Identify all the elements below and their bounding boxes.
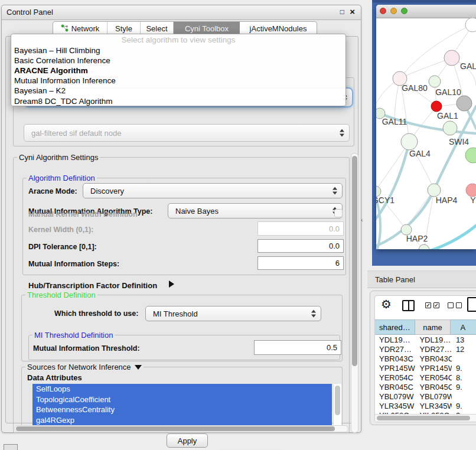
apply-button[interactable]: Apply xyxy=(167,433,208,448)
network-node[interactable] xyxy=(457,96,472,111)
clear-checks-icon[interactable] xyxy=(456,302,462,308)
network-node[interactable] xyxy=(466,184,476,197)
pane-divider-handle[interactable]: ‹ xyxy=(361,216,363,223)
table-cell xyxy=(452,354,476,363)
algorithm-option[interactable]: Mutual Information Inference xyxy=(11,76,345,86)
scrollbar-thumb[interactable] xyxy=(16,426,335,431)
data-attributes-label: Data Attributes xyxy=(27,373,82,382)
network-node[interactable] xyxy=(443,121,457,135)
control-panel-titlebar: Control Panel □ × xyxy=(2,5,361,20)
attributes-list-scrollbar[interactable] xyxy=(333,384,341,431)
minimized-widget[interactable] xyxy=(4,444,18,450)
sources-legend: Sources for Network Inference xyxy=(25,363,144,371)
control-panel-window: Control Panel □ × NetworkStyleSelectCyni… xyxy=(1,5,361,433)
desktop-area: GALGAL80GAL10GAL1GAL11SWI4GAL4GCY1HAP4YH… xyxy=(372,0,476,266)
mi-steps-field[interactable]: 6 xyxy=(257,256,344,270)
network-node[interactable] xyxy=(444,50,459,66)
attribute-list-item[interactable]: gal4RGexp xyxy=(32,415,332,426)
table-cell xyxy=(452,392,476,401)
algorithm-option[interactable]: Dream8 DC_TDC Algorithm xyxy=(11,96,345,106)
minimize-traffic-light-icon[interactable] xyxy=(390,8,397,14)
network-node[interactable] xyxy=(401,133,418,150)
column-header-a[interactable]: A xyxy=(451,319,476,335)
mi-threshold-field[interactable]: 0.5 xyxy=(254,340,341,355)
hub-definition-label[interactable]: Hub/Transcription Factor Definition xyxy=(28,281,157,290)
threshold-definition-legend: Threshold Definition xyxy=(25,291,97,299)
table-cell: YBR045C xyxy=(375,382,415,392)
table-cell: YPR145W xyxy=(415,363,451,373)
kernel-width-field[interactable]: 0.0 xyxy=(257,221,344,236)
algorithm-option[interactable]: ARACNE Algorithm xyxy=(11,66,345,76)
scrollbar-thumb[interactable] xyxy=(352,156,357,366)
collapse-arrow-icon[interactable] xyxy=(135,365,142,370)
document-icon[interactable] xyxy=(467,297,476,312)
which-threshold-combo[interactable]: MI Threshold xyxy=(145,306,321,321)
combo-spinner-icon xyxy=(332,187,337,195)
float-window-icon[interactable]: □ xyxy=(340,8,344,16)
network-edge xyxy=(376,142,409,191)
table-row[interactable]: YBL079WYBL079W xyxy=(375,392,476,401)
select-all-checks-icon[interactable]: ✓ xyxy=(425,302,431,308)
tab-label: Style xyxy=(115,24,132,33)
settings-vertical-scrollbar[interactable] xyxy=(351,153,358,433)
column-header-name[interactable]: name xyxy=(415,319,451,335)
table-row[interactable]: YBR045CYBR045C9. xyxy=(375,382,476,392)
combo-spinner-icon xyxy=(311,310,316,318)
network-node[interactable] xyxy=(465,148,476,163)
algorithm-option[interactable]: Bayesian – K2 xyxy=(11,86,345,96)
mi-steps-label: Mutual Information Steps: xyxy=(28,260,119,268)
select-all-checks-icon[interactable]: ✓ xyxy=(433,302,439,308)
dpi-tolerance-field[interactable]: 0.0 xyxy=(257,239,344,253)
scrollbar-thumb[interactable] xyxy=(335,386,340,415)
table-row[interactable]: YLR345WYLR345W9. xyxy=(375,401,476,410)
tab-label: jActiveMNodules xyxy=(250,24,307,33)
network-node[interactable] xyxy=(465,18,476,32)
table-row[interactable]: YER054CYER054C8. xyxy=(375,373,476,382)
zoom-traffic-light-icon[interactable] xyxy=(401,8,407,14)
gear-icon[interactable]: ⚙ xyxy=(381,297,392,311)
columns-icon[interactable] xyxy=(402,300,415,311)
network-node[interactable] xyxy=(428,184,441,197)
manual-kernel-checkbox[interactable] xyxy=(334,209,343,217)
scrollbar-thumb[interactable] xyxy=(377,416,470,420)
network-node[interactable] xyxy=(431,101,442,112)
node-label-gal10: GAL10 xyxy=(435,87,461,97)
table-row[interactable]: YPR145WYPR145W9. xyxy=(375,363,476,373)
expand-arrow-icon[interactable] xyxy=(169,281,174,288)
node-label-gcy1: GCY1 xyxy=(376,195,395,205)
column-header-shared-[interactable]: shared… xyxy=(375,319,415,335)
aracne-mode-label: Aracne Mode: xyxy=(28,187,77,195)
table-row[interactable]: YDR27…YDR27…12 xyxy=(375,344,476,354)
network-node[interactable] xyxy=(429,76,441,87)
aracne-mode-combo[interactable]: Discovery xyxy=(83,183,343,198)
table-cell: YLR345W xyxy=(375,401,415,410)
network-canvas[interactable]: GALGAL80GAL10GAL1GAL11SWI4GAL4GCY1HAP4YH… xyxy=(376,18,476,249)
algorithm-option[interactable]: Basic Correlation Inference xyxy=(11,56,345,66)
table-row[interactable]: YBR043CYBR043C xyxy=(375,354,476,363)
tab-label: Network xyxy=(71,24,100,33)
network-select-combo[interactable]: gal-filtered sif default node xyxy=(24,124,350,142)
close-traffic-light-icon[interactable] xyxy=(380,8,386,14)
table-horizontal-scrollbar[interactable] xyxy=(375,414,476,422)
attribute-list-item[interactable]: TopologicalCoefficient xyxy=(32,394,332,405)
table-cell: 9. xyxy=(452,363,476,373)
close-icon[interactable]: × xyxy=(350,6,355,17)
algorithm-popup-items: Bayesian – Hill ClimbingBasic Correlatio… xyxy=(11,45,345,106)
settings-horizontal-scrollbar[interactable] xyxy=(14,425,348,432)
network-edge xyxy=(427,226,476,249)
network-node[interactable] xyxy=(419,244,429,249)
mi-type-value: Naive Bayes xyxy=(175,207,219,216)
table-row[interactable]: YDL19…YDL19…13 xyxy=(375,335,476,344)
algorithm-option[interactable]: Bayesian – Hill Climbing xyxy=(11,45,345,56)
mi-type-combo[interactable]: Naive Bayes xyxy=(168,203,343,219)
table-cell: YDL19… xyxy=(415,335,451,344)
clear-checks-icon[interactable] xyxy=(448,302,454,308)
attribute-list-item[interactable]: BetweennessCentrality xyxy=(32,405,332,415)
mi-steps-value: 6 xyxy=(335,259,340,268)
data-attributes-list[interactable]: SelfLoopsTopologicalCoefficientBetweenne… xyxy=(32,384,332,431)
tab-label: Cyni Toolbox xyxy=(185,24,229,33)
node-label-gal: GAL xyxy=(460,61,476,71)
attribute-list-item[interactable]: SelfLoops xyxy=(32,384,332,394)
network-canvas-svg: GALGAL80GAL10GAL1GAL11SWI4GAL4GCY1HAP4YH… xyxy=(376,18,476,249)
node-label-hap4: HAP4 xyxy=(436,195,458,205)
